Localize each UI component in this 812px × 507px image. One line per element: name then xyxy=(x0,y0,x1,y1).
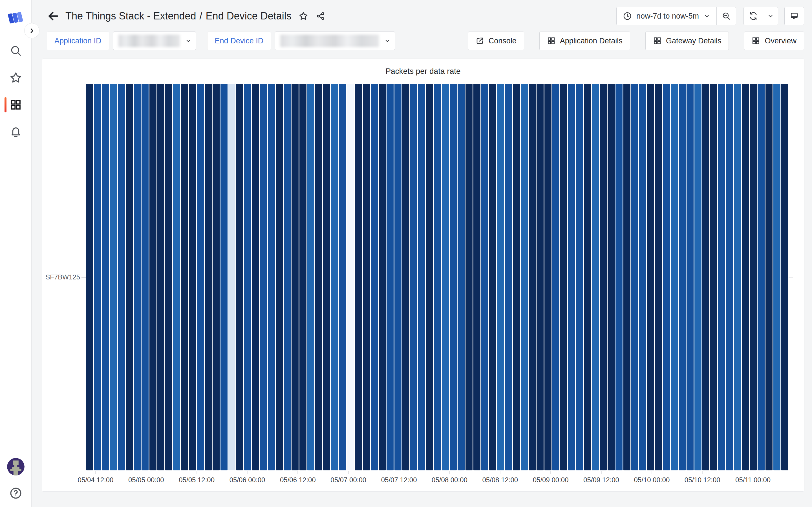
heatmap-cell xyxy=(434,83,441,470)
heatmap-cell xyxy=(134,83,141,470)
heatmap-cell xyxy=(473,83,480,470)
heatmap-cell xyxy=(244,83,251,470)
refresh-controls xyxy=(744,7,778,25)
chevron-right-icon xyxy=(28,27,36,34)
time-zoom-out-button[interactable] xyxy=(717,7,736,25)
heatmap-cell xyxy=(568,83,575,470)
x-axis-label: 05/06 12:00 xyxy=(280,476,316,484)
heatmap-cell xyxy=(758,83,765,470)
end-device-id-select[interactable] xyxy=(275,32,395,50)
heatmap-cell xyxy=(671,83,678,470)
heatmap-cell xyxy=(560,83,567,470)
sidebar-nav xyxy=(0,37,31,145)
star-icon xyxy=(10,71,22,84)
x-axis-label: 05/10 12:00 xyxy=(684,476,720,484)
bell-icon xyxy=(10,126,22,138)
heatmap-cell xyxy=(347,83,354,470)
x-axis-tick xyxy=(652,471,652,474)
heatmap-cell xyxy=(608,83,615,470)
x-axis-label: 05/11 00:00 xyxy=(735,476,770,484)
star-dashboard-button[interactable] xyxy=(296,9,311,23)
clock-icon xyxy=(623,11,632,20)
monitor-icon xyxy=(790,11,799,20)
variable-end-device-id: End Device ID xyxy=(207,32,395,50)
heatmap-cell xyxy=(631,83,638,470)
x-axis-tick xyxy=(601,471,602,474)
heatmap-cell xyxy=(284,83,291,470)
heatmap-cell xyxy=(702,83,709,470)
x-axis-tick xyxy=(399,471,399,474)
heatmap-cell xyxy=(726,83,733,470)
console-link-label: Console xyxy=(489,37,516,45)
x-axis-label: 05/05 00:00 xyxy=(128,476,164,484)
grafana-org-logo[interactable] xyxy=(7,10,25,26)
heatmap-cell xyxy=(268,83,275,470)
title-actions xyxy=(296,9,328,23)
time-range-picker[interactable]: now-7d to now-5m xyxy=(617,7,716,25)
end-device-id-value-redacted xyxy=(280,35,379,47)
panel-title[interactable]: Packets per data rate xyxy=(42,59,804,83)
chevron-down-icon xyxy=(767,13,774,19)
heatmap-cell xyxy=(157,83,164,470)
dashboard-folder-title[interactable]: The Things Stack - Extended xyxy=(65,10,196,22)
x-axis-label: 05/09 12:00 xyxy=(583,476,619,484)
heatmap-cell xyxy=(513,83,520,470)
heatmap-cell xyxy=(331,83,338,470)
x-axis-tick xyxy=(550,471,551,474)
dashboard-name-title[interactable]: End Device Details xyxy=(206,10,292,22)
heatmap-cell xyxy=(750,83,757,470)
kiosk-controls xyxy=(784,7,804,25)
heatmap-cell xyxy=(615,83,622,470)
y-axis-tick xyxy=(82,277,86,278)
y-axis-label: SF7BW125 xyxy=(45,273,80,281)
heatmap-cell xyxy=(765,83,772,470)
heatmap-cell xyxy=(781,83,788,470)
heatmap-cell xyxy=(655,83,662,470)
heatmap-cell xyxy=(426,83,433,470)
sidebar-item-alerting[interactable] xyxy=(0,118,31,145)
sidebar-item-dashboards[interactable] xyxy=(0,91,31,118)
breadcrumb-separator: / xyxy=(200,10,202,22)
kiosk-mode-button[interactable] xyxy=(784,7,804,25)
heatmap-cell xyxy=(323,83,330,470)
gateway-details-link-button[interactable]: Gateway Details xyxy=(645,32,729,50)
back-button[interactable] xyxy=(47,10,60,22)
heatmap-cell xyxy=(742,83,749,470)
refresh-button[interactable] xyxy=(744,7,763,25)
heatmap-cell xyxy=(213,83,220,470)
application-id-select[interactable] xyxy=(113,32,196,50)
dashboard-links: Console Application Details xyxy=(468,32,804,50)
help-button[interactable] xyxy=(9,487,22,500)
heatmap-cell xyxy=(189,83,196,470)
application-details-link-label: Application Details xyxy=(560,37,622,45)
application-details-link-button[interactable]: Application Details xyxy=(539,32,630,50)
application-id-value-redacted xyxy=(118,35,180,47)
heatmap-cell xyxy=(773,83,780,470)
x-axis-tick xyxy=(449,471,450,474)
chevron-down-icon xyxy=(703,13,710,19)
sidebar-expand-button[interactable] xyxy=(24,23,40,38)
refresh-interval-dropdown[interactable] xyxy=(763,7,778,25)
heatmap-cell xyxy=(529,83,536,470)
heatmap-cell xyxy=(639,83,646,470)
share-icon xyxy=(316,11,326,21)
heatmap-cell xyxy=(734,83,741,470)
sidebar-item-search[interactable] xyxy=(0,37,31,64)
heatmap-cell xyxy=(197,83,204,470)
heatmap-cell xyxy=(695,83,702,470)
heatmap-cell xyxy=(497,83,504,470)
heatmap-cell xyxy=(165,83,172,470)
overview-link-button[interactable]: Overview xyxy=(744,32,804,50)
share-dashboard-button[interactable] xyxy=(313,9,328,23)
heatmap-cell xyxy=(86,83,93,470)
heatmap-cell xyxy=(395,83,402,470)
user-avatar[interactable] xyxy=(7,458,24,475)
console-link-button[interactable]: Console xyxy=(468,32,524,50)
heatmap-cell xyxy=(292,83,299,470)
help-icon xyxy=(9,487,22,500)
x-axis-label: 05/05 12:00 xyxy=(179,476,214,484)
heatmap-cell xyxy=(181,83,188,470)
sidebar-item-starred[interactable] xyxy=(0,64,31,91)
heatmap-cell xyxy=(339,83,346,470)
apps-icon xyxy=(547,37,555,45)
